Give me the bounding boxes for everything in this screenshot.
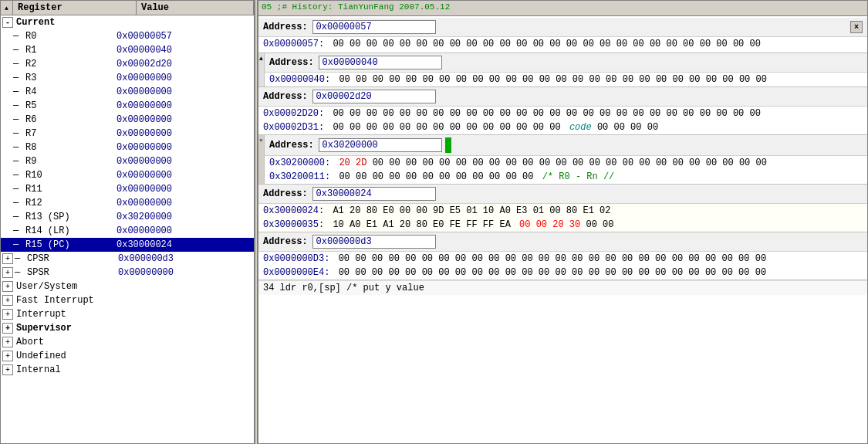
- reg-r3-name: R3: [24, 73, 117, 83]
- green-indicator: [445, 137, 451, 153]
- reg-row-r10[interactable]: — R10 0x00000000: [1, 168, 254, 182]
- group-internal[interactable]: + Internal: [1, 363, 254, 377]
- addr-bar-4: Address:: [265, 135, 867, 156]
- asm-bottom-text: 34 ldr r0,[sp] /* put y value: [263, 283, 424, 293]
- reg-row-r9[interactable]: — R9 0x00000000: [1, 154, 254, 168]
- addr-bar-2: Address:: [265, 53, 867, 73]
- asm-bottom-bar: 34 ldr r0,[sp] /* put y value: [258, 280, 867, 295]
- reg-row-r6[interactable]: — R6 0x00000000: [1, 113, 254, 127]
- reg-r11-name: R11: [24, 184, 117, 195]
- addr-input-4[interactable]: [319, 138, 442, 152]
- expand-cpsr-icon[interactable]: +: [2, 253, 13, 264]
- expand-fast-interrupt-icon[interactable]: +: [2, 295, 13, 306]
- reg-row-r1[interactable]: — R1 0x00000040: [1, 43, 254, 57]
- addr-bar-5: Address:: [258, 185, 867, 204]
- code-hint: code: [569, 122, 592, 133]
- expand-interrupt-icon[interactable]: +: [2, 309, 13, 320]
- expand-spsr-icon[interactable]: +: [2, 267, 13, 278]
- addr-label-1: Address:: [263, 22, 308, 32]
- reg-row-r11[interactable]: — R11 0x00000000: [1, 182, 254, 196]
- reg-r0-name: R0: [24, 31, 117, 42]
- mem-addr-3-0: 0x00002D20:: [263, 108, 324, 119]
- addr-bar-6: Address:: [258, 232, 867, 252]
- reg-row-r12[interactable]: — R12 0x00000000: [1, 196, 254, 210]
- reg-row-cpsr[interactable]: + — CPSR 0x000000d3: [1, 252, 254, 266]
- reg-r9-name: R9: [24, 156, 117, 167]
- group-interrupt-label: Interrupt: [15, 309, 107, 320]
- group-supervisor[interactable]: + Supervisor: [1, 321, 254, 335]
- addr-input-6[interactable]: [312, 235, 436, 249]
- expand-user-system-icon[interactable]: +: [2, 281, 13, 292]
- reg-r6-name: R6: [24, 114, 117, 125]
- column-header-register: Register: [13, 1, 137, 15]
- reg-r3-value: 0x00000000: [117, 73, 254, 83]
- nav-up-icon-2[interactable]: ▲: [259, 55, 263, 62]
- expand-internal-icon[interactable]: +: [2, 364, 13, 375]
- addr-input-5[interactable]: [312, 187, 436, 201]
- reg-row-r3[interactable]: — R3 0x00000000: [1, 71, 254, 85]
- reg-r8-name: R8: [24, 142, 117, 153]
- scroll-up-icon[interactable]: ▲: [5, 5, 8, 12]
- mem-addr-4-1: 0x30200011:: [269, 171, 330, 182]
- addr-input-3[interactable]: [312, 90, 436, 103]
- close-btn-1[interactable]: ×: [850, 21, 863, 33]
- reg-row-r2[interactable]: — R2 0x00002d20: [1, 57, 254, 71]
- reg-cpsr-value: 0x000000d3: [118, 253, 254, 264]
- addr-input-1[interactable]: [312, 20, 436, 34]
- group-undefined[interactable]: + Undefined: [1, 349, 254, 363]
- expand-abort-icon[interactable]: +: [2, 337, 13, 347]
- group-interrupt[interactable]: + Interrupt: [1, 307, 254, 321]
- reg-r1-value: 0x00000040: [117, 45, 254, 56]
- reg-row-spsr[interactable]: + — SPSR 0x00000000: [1, 266, 254, 280]
- reg-row-r4[interactable]: — R4 0x00000000: [1, 85, 254, 99]
- mem-addr-5-0: 0x30000024:: [263, 205, 324, 216]
- reg-r7-value: 0x00000000: [117, 128, 254, 139]
- reg-r0-value: 0x00000057: [117, 31, 254, 42]
- group-abort[interactable]: + Abort: [1, 335, 254, 349]
- reg-r9-value: 0x00000000: [117, 156, 254, 167]
- mem-addr-5-1: 0x30000035:: [263, 219, 324, 230]
- group-current-label: Current: [15, 17, 107, 28]
- reg-row-r7[interactable]: — R7 0x00000000: [1, 127, 254, 141]
- top-bar: 05 ;# History: TianYunFang 2007.05.12: [258, 1, 867, 16]
- highlight-bytes: 00 00 20 30: [519, 219, 580, 230]
- reg-r5-name: R5: [24, 100, 117, 111]
- mem-block-2-wrapper: ▲ Address: 0x00000040: 00 00 00 00 00 00…: [258, 53, 867, 87]
- memory-container[interactable]: Address: × 0x00000057: 00 00 00 00 00 00…: [258, 16, 867, 443]
- addr-label-2: Address:: [269, 57, 314, 68]
- reg-r15-name: R15 (PC): [24, 239, 117, 250]
- reg-row-r15[interactable]: — R15 (PC) 0x30000024: [1, 238, 254, 252]
- group-supervisor-label: Supervisor: [15, 323, 107, 334]
- mem-addr-4-0: 0x30200000:: [269, 158, 330, 168]
- reg-r13-value: 0x30200000: [117, 212, 254, 222]
- expand-supervisor-icon[interactable]: +: [2, 323, 13, 334]
- group-fast-interrupt[interactable]: + Fast Interrupt: [1, 293, 254, 307]
- reg-row-r8[interactable]: — R8 0x00000000: [1, 141, 254, 154]
- group-current[interactable]: - Current: [1, 15, 254, 29]
- expand-undefined-icon[interactable]: +: [2, 351, 13, 361]
- reg-row-r5[interactable]: — R5 0x00000000: [1, 99, 254, 113]
- group-internal-label: Internal: [15, 364, 107, 375]
- reg-r2-value: 0x00002d20: [117, 59, 254, 69]
- mem-line-6-1: 0x0000000E4: 00 00 00 00 00 00 00 00 00 …: [258, 266, 867, 280]
- nav-up-icon-4[interactable]: ×: [259, 137, 263, 144]
- addr-input-2[interactable]: [319, 56, 442, 69]
- reg-r14-value: 0x00000000: [117, 225, 254, 236]
- group-fast-interrupt-label: Fast Interrupt: [15, 295, 107, 306]
- mem-line-4-0: 0x30200000: 20 2D 00 00 00 00 00 00 00 0…: [265, 156, 867, 170]
- mem-line-6-0: 0x0000000D3: 00 00 00 00 00 00 00 00 00 …: [258, 252, 867, 266]
- group-user-system[interactable]: + User/System: [1, 280, 254, 293]
- reg-spsr-name: SPSR: [25, 267, 118, 278]
- reg-row-r14[interactable]: — R14 (LR) 0x00000000: [1, 224, 254, 238]
- reg-r10-value: 0x00000000: [117, 170, 254, 181]
- reg-row-r0[interactable]: — R0 0x00000057: [1, 29, 254, 43]
- column-header-value: Value: [137, 1, 254, 15]
- reg-row-r13[interactable]: — R13 (SP) 0x30200000: [1, 210, 254, 224]
- reg-r15-value: 0x30000024: [117, 239, 254, 250]
- reg-cpsr-name: CPSR: [25, 253, 118, 264]
- memory-panel: 05 ;# History: TianYunFang 2007.05.12 Ad…: [258, 0, 868, 444]
- asm-comment-4: /* R0 - Rn //: [542, 171, 615, 182]
- addr-bar-1: Address: ×: [258, 18, 867, 37]
- mem-block-5: Address: 0x30000024: A1 20 80 E0 00 00 9…: [258, 185, 867, 232]
- expand-current-icon[interactable]: -: [2, 17, 13, 28]
